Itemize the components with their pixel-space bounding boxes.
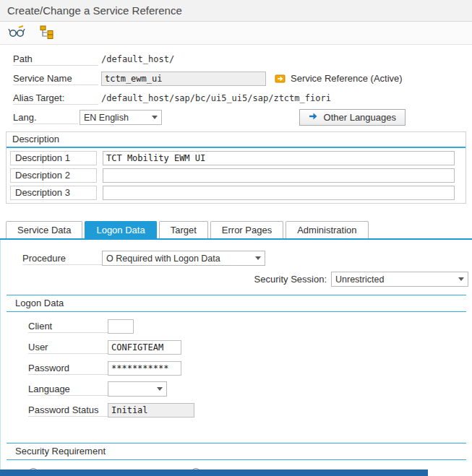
logon-data-section: Logon Data Client User Password Language — [7, 295, 466, 431]
description-1-input[interactable] — [103, 151, 455, 165]
description-row-2: Description 2 — [10, 168, 462, 183]
description-2-input[interactable] — [103, 168, 455, 183]
security-session-dropdown[interactable]: Unrestricted — [331, 272, 468, 287]
path-value: /default_host/ — [101, 54, 174, 64]
language-dropdown-value: EN English — [84, 113, 129, 123]
description-2-label: Description 2 — [10, 168, 97, 183]
tab-error-pages[interactable]: Error Pages — [210, 221, 283, 238]
procedure-label: Procedure — [22, 252, 102, 265]
user-label: User — [28, 341, 108, 354]
client-label: Client — [28, 320, 108, 333]
password-status-row: Password Status — [28, 402, 466, 418]
password-input[interactable] — [108, 361, 181, 376]
header-form: Path /default_host/ Service Name Service… — [0, 45, 472, 126]
description-3-label: Description 3 — [10, 186, 97, 200]
logon-language-label: Language — [28, 383, 108, 396]
security-session-value: Unrestricted — [335, 274, 384, 285]
other-languages-label: Other Languages — [324, 112, 396, 123]
alias-target-row: Alias Target: /default_host/sap/bc/ui5_u… — [13, 90, 472, 106]
user-input[interactable] — [108, 340, 181, 355]
tab-service-data[interactable]: Service Data — [6, 221, 82, 238]
tab-administration[interactable]: Administration — [286, 221, 368, 238]
password-status-label: Password Status — [28, 404, 108, 417]
language-label: Lang. — [13, 111, 78, 124]
toolbar — [0, 22, 472, 45]
hierarchy-button[interactable] — [38, 25, 56, 42]
path-label: Path — [13, 53, 98, 66]
password-status-field — [108, 403, 194, 417]
description-row-1: Description 1 — [10, 151, 462, 165]
bottom-status-bar — [0, 469, 428, 476]
procedure-dropdown-value: O Required with Logon Data — [106, 254, 220, 264]
user-row: User — [28, 339, 466, 355]
chevron-down-icon — [458, 277, 464, 281]
other-languages-button[interactable]: Other Languages — [299, 109, 406, 126]
security-session-row: Security Session: Unrestricted — [1, 271, 468, 287]
description-group-title: Description — [7, 132, 465, 148]
chevron-down-icon — [152, 116, 158, 119]
alias-target-value: /default_host/sap/bc/ui5_ui5/sap/ztctm_f… — [101, 93, 331, 103]
tree-icon — [40, 25, 54, 41]
procedure-dropdown[interactable]: O Required with Logon Data — [102, 251, 265, 266]
alias-target-label: Alias Target: — [13, 92, 98, 105]
glasses-icon — [8, 25, 25, 40]
security-requirement-title: Security Requirement — [7, 443, 466, 460]
security-session-label: Security Session: — [254, 274, 327, 285]
client-row: Client — [28, 318, 466, 334]
service-reference-icon — [275, 74, 286, 84]
language-row: Lang. EN English Other Languages — [13, 109, 472, 126]
description-1-label: Description 1 — [10, 151, 97, 165]
logon-language-dropdown[interactable] — [108, 381, 167, 397]
password-label: Password — [28, 362, 108, 375]
tab-target[interactable]: Target — [159, 221, 208, 238]
service-name-row: Service Name Service Reference (Active) — [13, 70, 472, 87]
service-name-input[interactable] — [101, 72, 266, 86]
description-group: Description Description 1 Description 2 … — [6, 131, 466, 204]
path-row: Path /default_host/ — [13, 51, 472, 67]
service-name-label: Service Name — [13, 72, 98, 85]
password-row: Password — [28, 360, 466, 376]
chevron-down-icon — [157, 387, 163, 391]
logon-data-tab-content: Procedure O Required with Logon Data Sec… — [0, 240, 472, 476]
chevron-down-icon — [255, 256, 261, 260]
description-3-input[interactable] — [103, 186, 455, 200]
client-input[interactable] — [108, 319, 134, 334]
language-dropdown[interactable]: EN English — [80, 110, 162, 125]
page-title: Create/Change a Service Reference — [0, 0, 472, 22]
description-row-3: Description 3 — [10, 186, 462, 200]
right-arrow-icon — [309, 112, 319, 123]
tab-logon-data[interactable]: Logon Data — [85, 221, 156, 238]
tabstrip: Service Data Logon Data Target Error Pag… — [6, 221, 472, 238]
procedure-row: Procedure O Required with Logon Data — [22, 250, 472, 267]
logon-data-section-title: Logon Data — [7, 295, 466, 312]
logon-language-row: Language — [28, 381, 466, 397]
display-change-button[interactable] — [7, 25, 26, 42]
service-status-text: Service Reference (Active) — [291, 73, 403, 84]
